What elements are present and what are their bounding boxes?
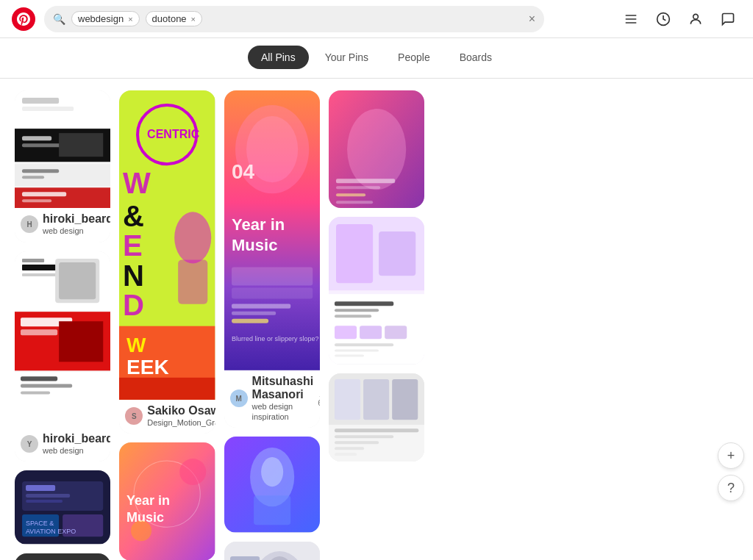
pins-grid: Save H hiroki_beard [0, 79, 753, 560]
svg-rect-2 [626, 22, 637, 24]
tab-boards[interactable]: Boards [446, 46, 505, 69]
search-input[interactable] [208, 13, 523, 25]
remove-tag-webdesign[interactable]: × [128, 15, 132, 24]
pin-card[interactable]: Save TWIGGY BAR 02/06 [224, 542, 320, 560]
pin-card[interactable]: Save [15, 553, 110, 560]
pin-card[interactable]: Save Year in Music [119, 442, 215, 560]
tab-people[interactable]: People [385, 46, 443, 69]
search-bar[interactable]: 🔍 webdesign × duotone × × [44, 6, 544, 32]
nav-icon-group [618, 6, 741, 32]
pin-card[interactable]: Save SPACE & AVIATION EXPO [15, 470, 110, 544]
messages-icon-button[interactable] [715, 6, 741, 32]
help-button[interactable]: ? [718, 475, 744, 501]
tab-your-pins[interactable]: Your Pins [312, 46, 382, 69]
pin-card[interactable]: Save CENTRIC W & E N D W EEK [119, 90, 215, 434]
plus-button[interactable]: + [718, 442, 744, 469]
tag-chip-webdesign[interactable]: webdesign × [71, 11, 140, 26]
remove-tag-duotone[interactable]: × [191, 15, 196, 24]
filter-tabs: All Pins Your Pins People Boards [0, 38, 753, 79]
pin-card[interactable]: Save H hiroki_beard [15, 90, 110, 243]
pinterest-logo[interactable] [12, 7, 35, 31]
side-button-group: + ? [718, 442, 744, 501]
pin-card[interactable]: Save [329, 90, 424, 208]
tab-all-pins[interactable]: All Pins [248, 46, 309, 69]
svg-rect-0 [626, 15, 637, 16]
notifications-icon-button[interactable] [650, 6, 677, 32]
search-clear-button[interactable]: × [529, 12, 535, 26]
profile-icon-button[interactable] [682, 6, 709, 32]
pin-card[interactable]: Save [329, 373, 424, 462]
svg-point-4 [693, 14, 699, 19]
pin-card[interactable]: Save Y hiroki_bea [15, 251, 110, 462]
pin-card[interactable]: Save [224, 437, 320, 532]
pin-card[interactable]: Save Year in Music 04 [224, 90, 320, 428]
svg-rect-1 [626, 18, 637, 20]
search-icon: 🔍 [53, 13, 65, 25]
menu-icon-button[interactable] [618, 6, 644, 32]
top-navigation: 🔍 webdesign × duotone × × [0, 0, 753, 38]
pin-card[interactable]: Save [329, 217, 424, 364]
tag-chip-duotone[interactable]: duotone × [146, 11, 202, 26]
